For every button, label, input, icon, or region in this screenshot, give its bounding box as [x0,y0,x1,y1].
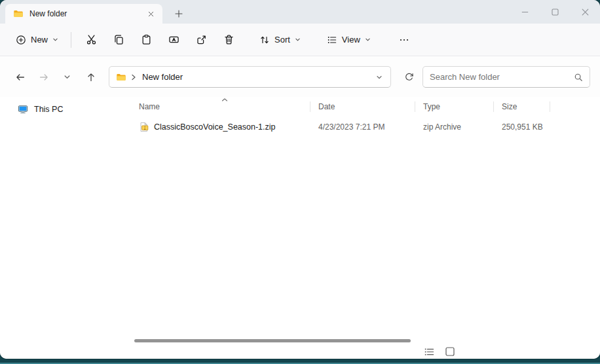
breadcrumb-location[interactable]: New folder [142,72,183,82]
forward-button[interactable] [33,67,54,87]
tab-bar: New folder [0,0,600,24]
file-list-pane: Name Date Type Size [131,97,600,359]
view-toggles [422,346,457,357]
refresh-button[interactable] [399,67,419,87]
desktop: { "window": { "tab_title": "New folder" … [0,0,600,364]
scissors-icon [86,34,97,45]
view-button-label: View [342,35,360,45]
column-header-date[interactable]: Date [310,97,415,117]
share-button[interactable] [187,29,215,51]
chevron-down-icon [64,73,71,81]
column-header-label: Type [423,102,440,111]
file-row[interactable]: ClassicBoscoVoice_Season-1.zip 4/23/2023… [131,118,600,136]
circle-plus-icon [16,35,26,45]
folder-icon [116,72,126,82]
address-bar[interactable]: New folder [109,66,391,88]
window-controls [510,0,600,24]
new-tab-button[interactable] [170,6,187,22]
sidebar: This PC [0,97,131,359]
address-dropdown-button[interactable] [371,68,388,86]
ellipsis-icon [399,35,409,45]
refresh-icon [404,72,414,82]
chevron-down-icon [52,37,58,43]
search-box [422,66,590,88]
file-size: 250,951 KB [494,122,550,132]
chevron-down-icon [376,74,383,81]
delete-button[interactable] [215,29,242,51]
column-header-label: Name [139,102,160,111]
paste-button[interactable] [132,29,160,51]
view-icon [327,35,337,45]
new-button[interactable]: New [9,29,65,51]
tab-close-icon[interactable] [144,7,157,20]
file-type: zip Archive [415,122,494,132]
monitor-icon [18,104,28,115]
file-name-cell: ClassicBoscoVoice_Season-1.zip [139,122,310,132]
column-header-name[interactable]: Name [139,97,310,117]
column-header-type[interactable]: Type [415,97,494,117]
maximize-button[interactable] [540,0,570,24]
more-options-button[interactable] [390,29,418,51]
column-header-label: Size [502,102,517,111]
recent-locations-button[interactable] [57,67,77,87]
sidebar-item-this-pc[interactable]: This PC [0,100,131,118]
toolbar-divider [71,32,71,48]
trash-icon [223,34,234,45]
sidebar-item-label: This PC [34,105,63,114]
share-icon [196,34,207,45]
chevron-down-icon [295,37,301,43]
tab-new-folder[interactable]: New folder [5,4,162,24]
column-headers: Name Date Type Size [131,97,600,117]
details-view-button[interactable] [422,346,436,357]
file-date: 4/23/2023 7:21 PM [310,122,415,132]
paste-icon [141,34,152,45]
new-button-label: New [31,35,48,45]
minimize-button[interactable] [510,0,540,24]
command-toolbar: New [0,24,600,56]
arrow-left-icon [15,72,26,82]
rename-button[interactable] [160,29,187,51]
column-header-size[interactable]: Size [494,97,550,117]
chevron-right-icon [131,74,136,81]
view-button[interactable]: View [320,29,377,51]
sort-ascending-caret-icon [221,98,228,102]
scrollbar-thumb[interactable] [134,339,411,342]
content-area: This PC Name Date Type Size [0,97,600,359]
sort-button[interactable]: Sort [253,29,307,51]
icons-view-button[interactable] [443,346,457,357]
chevron-down-icon [365,37,371,43]
up-button[interactable] [81,67,101,87]
zip-file-icon [139,122,149,132]
search-icon [574,73,583,82]
rename-icon [168,34,179,45]
close-button[interactable] [570,0,600,24]
explorer-window: New folder New [0,0,600,359]
copy-button[interactable] [105,29,132,51]
back-button[interactable] [10,67,30,87]
arrow-right-icon [39,72,49,82]
horizontal-scrollbar[interactable] [132,338,599,343]
sort-icon [259,35,270,45]
arrow-up-icon [86,72,96,82]
folder-icon [13,9,24,19]
column-header-label: Date [318,102,335,111]
file-name: ClassicBoscoVoice_Season-1.zip [154,122,276,132]
sort-button-label: Sort [274,35,290,45]
copy-icon [113,34,124,45]
search-input[interactable] [430,72,574,82]
tab-title: New folder [29,9,138,18]
navigation-bar: New folder [0,57,600,97]
cut-button[interactable] [77,29,105,51]
